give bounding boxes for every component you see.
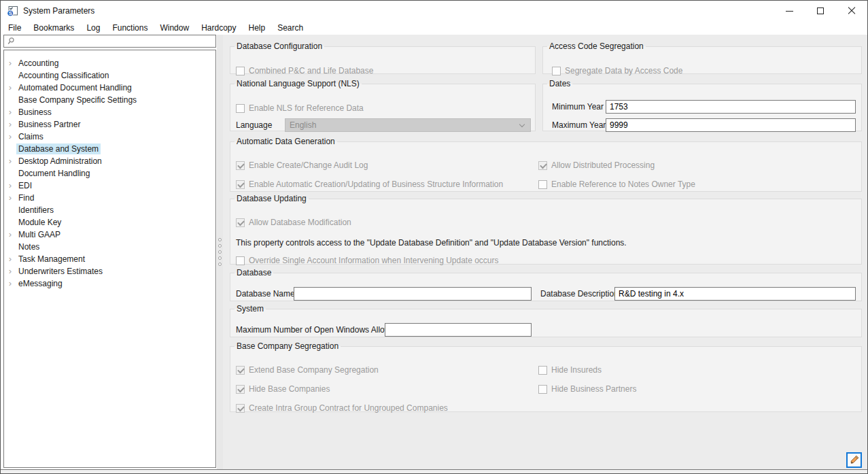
database-name-input[interactable] — [294, 287, 532, 301]
checkbox-box[interactable] — [236, 161, 245, 170]
sidebar-item-emessaging[interactable]: ›eMessaging — [4, 277, 215, 290]
menu-window[interactable]: Window — [154, 22, 195, 34]
sidebar-item-business-partner[interactable]: ›Business Partner — [4, 118, 215, 131]
database-updating-note: This property controls access to the "Up… — [236, 238, 627, 248]
max-open-windows-input[interactable] — [385, 323, 532, 337]
menu-hardcopy[interactable]: Hardcopy — [195, 22, 242, 34]
edit-mode-button[interactable] — [846, 452, 862, 468]
chevron-right-icon[interactable]: › — [4, 228, 16, 241]
checkbox-enable-create-change-audit-log[interactable]: Enable Create/Change Audit Log — [236, 160, 368, 170]
group-automatic-data-generation: Automatic Data Generation Enable Create/… — [230, 137, 862, 192]
checkbox-box[interactable] — [236, 218, 245, 227]
chevron-right-icon[interactable]: › — [4, 106, 16, 118]
maximum-year-label: Maximum Year — [552, 118, 606, 132]
sidebar-item-identifiers[interactable]: ›Identifiers — [4, 204, 215, 216]
maximize-icon — [817, 7, 824, 14]
checkbox-enable-reference-to-notes-owner-type[interactable]: Enable Reference to Notes Owner Type — [538, 180, 695, 189]
language-value: English — [290, 120, 316, 130]
checkbox-hide-insureds[interactable]: Hide Insureds — [538, 365, 602, 375]
checkbox-box[interactable] — [552, 67, 561, 75]
checkbox-combined-pc-and-life-database[interactable]: Combined P&C and Life Database — [236, 66, 373, 75]
splitter-handle[interactable] — [217, 35, 223, 469]
checkbox-segregate-data-by-access-code[interactable]: Segregate Data by Access Code — [552, 66, 682, 75]
group-national-language-support: National Language Support (NLS) Enable N… — [230, 79, 536, 131]
chevron-right-icon[interactable]: › — [4, 277, 16, 290]
group-title: Automatic Data Generation — [235, 137, 337, 146]
language-dropdown[interactable]: English — [285, 118, 531, 132]
group-title: System — [235, 304, 266, 314]
menu-help[interactable]: Help — [242, 22, 271, 34]
search-input[interactable] — [18, 35, 214, 47]
sidebar-item-edi[interactable]: ›EDI — [4, 180, 215, 192]
chevron-right-icon[interactable]: › — [4, 131, 16, 143]
sidebar-item-accounting-classification[interactable]: ›Accounting Classification — [4, 69, 215, 82]
magnifier-icon — [7, 37, 16, 46]
sidebar-item-accounting[interactable]: ›Accounting — [4, 57, 215, 69]
sidebar-item-notes[interactable]: ›Notes — [4, 241, 215, 253]
checkbox-extend-base-company-segregation[interactable]: Extend Base Company Segregation — [236, 365, 379, 375]
checkbox-enable-automatic-creation-updating[interactable]: Enable Automatic Creation/Updating of Bu… — [236, 180, 503, 189]
sidebar-item-business[interactable]: ›Business — [4, 106, 215, 118]
checkbox-box[interactable] — [236, 366, 245, 375]
group-database-updating: Database Updating Allow Database Modific… — [230, 194, 862, 265]
database-name-label: Database Name — [236, 287, 295, 301]
database-description-input[interactable] — [614, 287, 856, 301]
chevron-right-icon[interactable]: › — [4, 180, 16, 192]
chevron-right-icon[interactable]: › — [4, 253, 16, 265]
splitter-dot — [218, 238, 222, 241]
menu-functions[interactable]: Functions — [106, 22, 154, 34]
menu-bookmarks[interactable]: Bookmarks — [27, 22, 80, 34]
checkbox-box[interactable] — [538, 180, 547, 189]
maximize-button[interactable] — [805, 1, 836, 21]
checkbox-hide-base-companies[interactable]: Hide Base Companies — [236, 384, 330, 394]
sidebar-item-find[interactable]: ›Find — [4, 192, 215, 204]
sidebar-item-base-company-specific-settings[interactable]: ›Base Company Specific Settings — [4, 94, 215, 106]
chevron-right-icon[interactable]: › — [4, 192, 16, 204]
checkbox-box[interactable] — [236, 180, 245, 189]
checkbox-box[interactable] — [538, 385, 547, 394]
chevron-down-icon — [519, 122, 525, 127]
checkbox-allow-database-modification[interactable]: Allow Database Modification — [236, 218, 351, 227]
sidebar-item-claims[interactable]: ›Claims — [4, 131, 215, 143]
chevron-right-icon[interactable]: › — [4, 118, 16, 131]
splitter-dot — [218, 263, 222, 266]
menu-file[interactable]: File — [2, 22, 27, 34]
window-title: System Parameters — [23, 6, 94, 16]
checkbox-box[interactable] — [538, 366, 547, 375]
checkbox-create-intra-group-contract[interactable]: Create Intra Group Contract for Ungroupe… — [236, 403, 448, 413]
checkbox-hide-business-partners[interactable]: Hide Business Partners — [538, 384, 636, 394]
checkbox-box[interactable] — [236, 256, 245, 265]
menu-log[interactable]: Log — [80, 22, 106, 34]
checkbox-box[interactable] — [538, 161, 547, 170]
splitter-dot — [218, 256, 222, 260]
sidebar-item-document-handling[interactable]: ›Document Handling — [4, 167, 215, 180]
sidebar-item-database-and-system[interactable]: ›Database and System — [4, 143, 215, 155]
chevron-right-icon[interactable]: › — [4, 82, 16, 94]
checkbox-box[interactable] — [236, 404, 245, 413]
svg-text:S: S — [9, 10, 12, 16]
maximum-year-input[interactable] — [606, 118, 856, 132]
sidebar-item-module-key[interactable]: ›Module Key — [4, 216, 215, 228]
sidebar-item-automated-document-handling[interactable]: ›Automated Document Handling — [4, 82, 215, 94]
parameter-tree: ›Accounting ›Accounting Classification ›… — [3, 50, 216, 468]
checkbox-box[interactable] — [236, 67, 245, 75]
checkbox-override-single-account-information[interactable]: Override Single Account Information when… — [236, 256, 499, 265]
group-access-code-segregation: Access Code Segregation Segregate Data b… — [542, 41, 862, 74]
chevron-right-icon[interactable]: › — [4, 265, 16, 277]
minimize-button[interactable] — [774, 1, 805, 21]
minimum-year-input[interactable] — [606, 100, 856, 114]
chevron-right-icon[interactable]: › — [4, 155, 16, 167]
menu-search[interactable]: Search — [271, 22, 309, 34]
checkbox-allow-distributed-processing[interactable]: Allow Distributed Processing — [538, 160, 655, 170]
menu-bar: File Bookmarks Log Functions Window Hard… — [1, 21, 867, 35]
chevron-right-icon[interactable]: › — [4, 57, 16, 69]
checkbox-box[interactable] — [236, 104, 245, 113]
sidebar-item-desktop-administration[interactable]: ›Desktop Administration — [4, 155, 215, 167]
sidebar-item-task-management[interactable]: ›Task Management — [4, 253, 215, 265]
sidebar-item-multi-gaap[interactable]: ›Multi GAAP — [4, 228, 215, 241]
group-database-configuration: Database Configuration Combined P&C and … — [230, 41, 536, 74]
checkbox-box[interactable] — [236, 385, 245, 394]
close-button[interactable] — [836, 1, 867, 21]
checkbox-enable-nls-for-reference-data[interactable]: Enable NLS for Reference Data — [236, 103, 364, 113]
sidebar-item-underwriters-estimates[interactable]: ›Underwriters Estimates — [4, 265, 215, 277]
